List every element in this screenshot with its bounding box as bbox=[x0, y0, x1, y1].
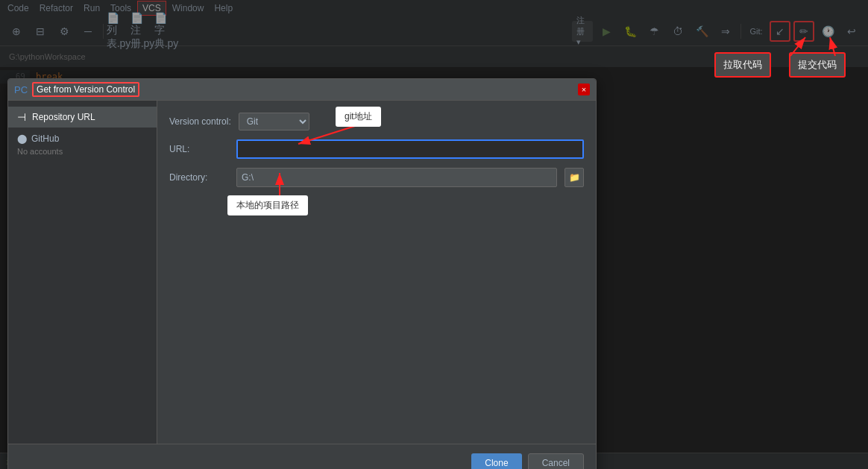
repo-url-icon: ⊣ bbox=[17, 111, 26, 123]
dialog-content: Version control: Git Mercurial Subversio… bbox=[157, 101, 596, 444]
dialog-footer: Clone Cancel bbox=[8, 444, 596, 469]
dialog-title: PC Get from Version Control bbox=[14, 82, 139, 97]
cancel-button[interactable]: Cancel bbox=[528, 453, 584, 469]
url-row: URL: bbox=[169, 139, 584, 159]
github-section: ⬤ GitHub No accounts bbox=[8, 128, 157, 162]
pull-code-annotation: 拉取代码 bbox=[714, 52, 771, 78]
version-control-select[interactable]: Git Mercurial Subversion bbox=[239, 113, 309, 130]
repo-url-label: Repository URL bbox=[32, 112, 95, 122]
browse-button[interactable]: 📁 bbox=[564, 168, 584, 187]
clone-button[interactable]: Clone bbox=[471, 453, 521, 469]
directory-label: Directory: bbox=[169, 172, 229, 183]
dialog-titlebar: PC Get from Version Control × bbox=[8, 79, 596, 101]
github-icon: ⬤ bbox=[17, 133, 27, 144]
dialog-sidebar: ⊣ Repository URL ⬤ GitHub No accounts bbox=[8, 101, 157, 444]
pycharm-icon: PC bbox=[14, 84, 28, 95]
version-control-label: Version control: bbox=[169, 116, 231, 127]
directory-row: Directory: 📁 bbox=[169, 168, 584, 187]
sidebar-repository-url[interactable]: ⊣ Repository URL bbox=[8, 107, 157, 128]
dialog-close-button[interactable]: × bbox=[578, 84, 590, 95]
dialog-body: ⊣ Repository URL ⬤ GitHub No accounts Ve… bbox=[8, 101, 596, 444]
github-label: GitHub bbox=[31, 133, 59, 144]
github-title[interactable]: ⬤ GitHub bbox=[17, 133, 148, 144]
github-no-accounts: No accounts bbox=[17, 147, 148, 156]
url-input[interactable] bbox=[236, 139, 584, 159]
git-address-callout: git地址 bbox=[336, 107, 381, 127]
local-path-callout: 本地的项目路径 bbox=[227, 195, 308, 215]
get-from-vcs-dialog: PC Get from Version Control × ⊣ Reposito… bbox=[7, 78, 597, 469]
directory-input[interactable] bbox=[236, 168, 557, 187]
url-label: URL: bbox=[169, 144, 229, 154]
version-control-select-wrapper: Git Mercurial Subversion bbox=[239, 113, 309, 130]
dialog-title-text: Get from Version Control bbox=[32, 82, 139, 97]
push-code-annotation: 提交代码 bbox=[789, 52, 846, 78]
